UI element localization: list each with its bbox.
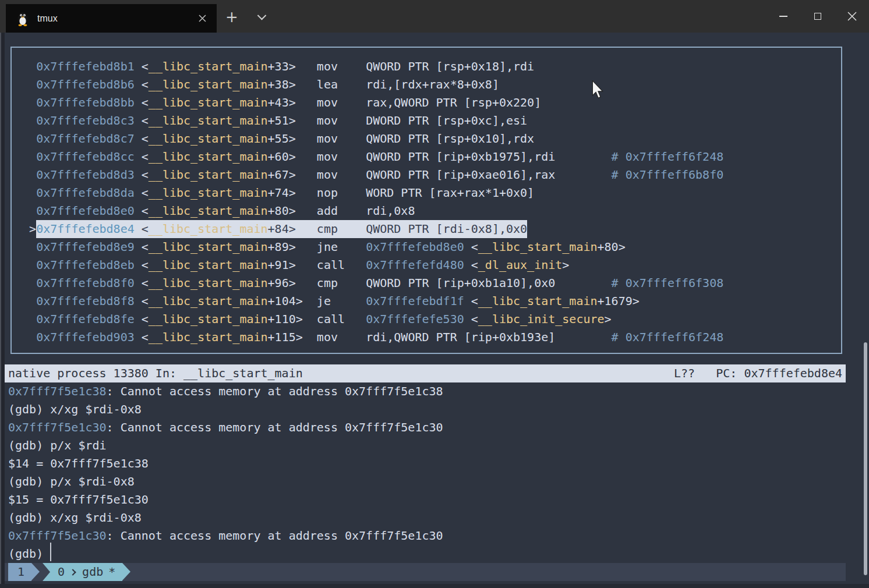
- text-segment: mov: [317, 94, 366, 112]
- text-segment: QWORD PTR [rip+0xb1a10],0x0: [366, 274, 555, 292]
- text-segment: : Cannot access memory at address 0x7fff…: [107, 419, 443, 437]
- text-segment: <: [464, 238, 478, 256]
- text-segment: <: [135, 256, 149, 274]
- text-segment: <: [135, 328, 149, 346]
- text-segment: lea: [317, 76, 366, 94]
- text-segment: <: [135, 202, 149, 220]
- powerline-arrow-icon: [122, 563, 130, 580]
- text-segment: >: [8, 220, 36, 238]
- disasm-line: 0x7fffefebd8e9 <__libc_start_main+89> jn…: [8, 238, 723, 256]
- text-cursor: [50, 543, 51, 561]
- maximize-button[interactable]: [800, 0, 835, 33]
- text-segment: 0x7fffefebd8bb: [36, 94, 135, 112]
- text-segment: <: [135, 58, 149, 76]
- text-segment: 0x7fffefebd8b1: [36, 58, 135, 76]
- text-segment: mov: [317, 112, 366, 130]
- window-bottom-edge: [0, 584, 869, 588]
- text-segment: 0x7fffefebd8e0: [366, 238, 464, 256]
- text-segment: [8, 76, 36, 94]
- scrollbar[interactable]: [864, 342, 867, 575]
- text-segment: +74>: [268, 184, 296, 202]
- text-segment: mov: [317, 58, 366, 76]
- text-segment: __libc_start_main: [149, 148, 268, 166]
- disasm-line: 0x7fffefebd903 <__libc_start_main+115> m…: [8, 328, 723, 346]
- tmux-window-index: 0: [58, 563, 65, 581]
- text-segment: __libc_start_main: [149, 76, 268, 94]
- text-segment: QWORD PTR [rdi-0x8],0x0: [366, 220, 527, 238]
- gdb-tui-status-line: native process 13380 In: __libc_start_ma…: [5, 364, 846, 382]
- text-segment: +33>: [268, 58, 296, 76]
- console-line: (gdb) p/x $rdi: [8, 437, 443, 455]
- tux-penguin-icon: [16, 11, 29, 26]
- text-segment: <: [135, 184, 149, 202]
- chevron-right-icon: [69, 569, 76, 575]
- tab-dropdown-button[interactable]: [250, 6, 273, 28]
- text-segment: : Cannot access memory at address 0x7fff…: [107, 382, 443, 401]
- tab-title: tmux: [37, 13, 195, 24]
- text-segment: 0x7fffefebd8e0: [36, 202, 135, 220]
- tab-tmux[interactable]: tmux: [6, 4, 217, 33]
- text-segment: # 0x7fffeff6f248: [612, 148, 724, 166]
- text-segment: __libc_start_main: [149, 310, 268, 328]
- text-segment: [8, 148, 36, 166]
- text-segment: rax,QWORD PTR [rsp+0x220]: [366, 94, 541, 112]
- tmux-window-badge[interactable]: 0 gdb *: [43, 563, 122, 581]
- text-segment: 0x7fffefebd8f8: [36, 292, 135, 310]
- tab-close-button[interactable]: [195, 11, 210, 26]
- text-segment: jne: [317, 238, 366, 256]
- disasm-lines: 0x7fffefebd8b1 <__libc_start_main+33> mo…: [8, 58, 723, 346]
- text-segment: +89>: [268, 238, 296, 256]
- text-segment: [8, 94, 36, 112]
- disasm-line: 0x7fffefebd8b6 <__libc_start_main+38> le…: [8, 76, 723, 94]
- text-segment: (gdb): [8, 545, 50, 563]
- text-segment: <: [135, 220, 149, 238]
- new-tab-button[interactable]: +: [221, 6, 242, 28]
- minimize-button[interactable]: [766, 0, 800, 33]
- close-window-button[interactable]: [835, 0, 869, 33]
- text-segment: <: [135, 94, 149, 112]
- text-segment: __libc_start_main: [149, 292, 268, 310]
- text-segment: <: [135, 130, 149, 148]
- text-segment: +80>: [598, 238, 626, 256]
- text-segment: 0x7fff7f5e1c30: [8, 527, 107, 545]
- text-segment: mov: [317, 166, 366, 184]
- text-segment: rdi,0x8: [366, 202, 415, 220]
- powerline-arrow-icon: [31, 563, 40, 580]
- text-segment: <: [135, 166, 149, 184]
- text-segment: 0x7fffefebd8d3: [36, 166, 135, 184]
- tmux-session-badge[interactable]: 1: [8, 563, 31, 581]
- status-line-left: native process 13380 In: __libc_start_ma…: [8, 364, 303, 382]
- text-segment: [296, 166, 317, 184]
- close-icon: [847, 12, 857, 21]
- console-line: $14 = 0x7fff7f5e1c38: [8, 455, 443, 473]
- text-segment: [303, 310, 317, 328]
- text-segment: [555, 148, 611, 166]
- text-segment: 0x7fffefebd8fe: [36, 310, 135, 328]
- text-segment: __libc_start_main: [149, 94, 268, 112]
- disasm-line: 0x7fffefebd8f8 <__libc_start_main+104> j…: [8, 292, 723, 310]
- text-segment: (gdb) p/x $rdi-0x8: [8, 473, 135, 491]
- disasm-line: 0x7fffefebd8b1 <__libc_start_main+33> mo…: [8, 58, 723, 76]
- text-segment: +110>: [268, 310, 303, 328]
- text-segment: rdi,[rdx+rax*8+0x8]: [366, 76, 499, 94]
- text-segment: __libc_start_main: [149, 112, 268, 130]
- text-segment: DWORD PTR [rsp+0xc],esi: [366, 112, 527, 130]
- text-segment: __libc_start_main: [149, 256, 268, 274]
- text-segment: +115>: [268, 328, 303, 346]
- console-line: 0x7fff7f5e1c30: Cannot access memory at …: [8, 527, 443, 545]
- console-line: (gdb) x/xg $rdi-0x8: [8, 401, 443, 419]
- text-segment: 0x7fffefebd8cc: [36, 148, 135, 166]
- text-segment: [296, 148, 317, 166]
- text-segment: +1679>: [598, 292, 640, 310]
- text-segment: rdi,QWORD PTR [rip+0xb193e]: [366, 328, 555, 346]
- text-segment: <: [464, 310, 478, 328]
- disasm-line: 0x7fffefebd8bb <__libc_start_main+43> mo…: [8, 94, 723, 112]
- text-segment: <: [135, 292, 149, 310]
- text-segment: [296, 130, 317, 148]
- text-segment: # 0x7fffeff6f248: [612, 328, 724, 346]
- terminal-pane[interactable]: 0x7fffefebd8b1 <__libc_start_main+33> mo…: [5, 33, 869, 588]
- text-segment: [8, 202, 36, 220]
- window-controls: [766, 0, 869, 33]
- text-segment: [296, 256, 317, 274]
- text-segment: 0x7fffefebd8e4: [36, 220, 135, 238]
